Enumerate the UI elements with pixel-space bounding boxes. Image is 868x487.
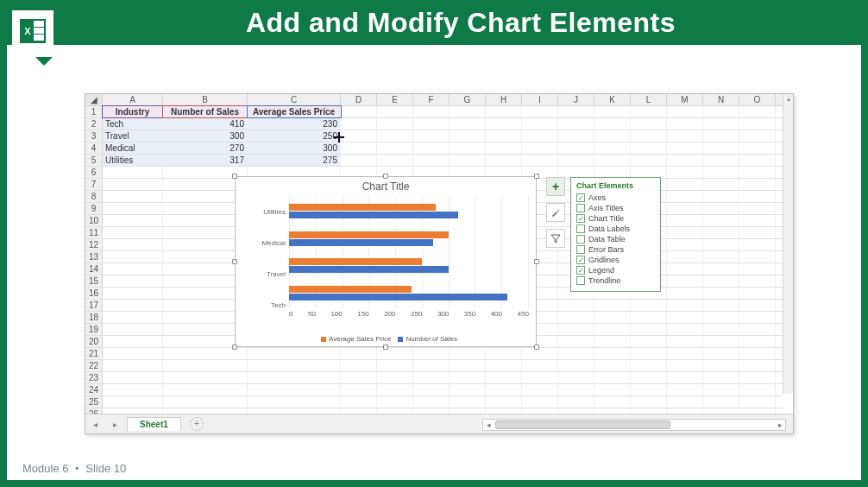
cell[interactable] [667,106,703,117]
row-header[interactable]: 13 [85,251,103,262]
cell[interactable]: 410 [163,118,248,130]
chart-plot-area[interactable]: UtilitiesMedicalTravelTech 0501001502002… [258,196,529,320]
chart-element-option[interactable]: ✓Legend [576,265,655,275]
row-header[interactable]: 3 [85,130,103,142]
embedded-chart[interactable]: Chart Title UtilitiesMedicalTravelTech 0… [235,176,537,347]
cell[interactable] [703,179,739,190]
cell[interactable] [341,360,377,371]
cell[interactable] [450,155,486,166]
chart-bar[interactable] [289,204,436,211]
cell[interactable] [558,312,594,323]
cell[interactable] [667,118,703,130]
chart-bar[interactable] [289,266,449,273]
cell[interactable]: Tech [103,118,163,130]
cell[interactable] [341,130,377,142]
cell[interactable] [413,360,450,371]
column-header[interactable]: B [163,94,248,105]
cell[interactable] [703,275,739,287]
cell[interactable] [631,300,667,311]
cell[interactable] [248,348,341,359]
row-header[interactable]: 15 [85,275,103,287]
cell[interactable] [703,263,739,275]
cell[interactable] [522,142,558,154]
cell[interactable] [739,384,776,395]
cell[interactable] [703,288,739,299]
cell[interactable] [739,179,776,190]
cell[interactable] [450,142,486,154]
cell[interactable] [703,312,739,323]
cell[interactable] [103,300,163,311]
cell[interactable] [594,384,631,395]
cell[interactable] [594,360,631,371]
cell[interactable] [486,396,522,408]
cell[interactable] [341,106,377,117]
resize-handle[interactable] [534,259,539,264]
row-header[interactable]: 23 [85,372,103,383]
cell[interactable] [631,324,667,335]
cell[interactable] [377,118,413,130]
checkbox-icon[interactable]: ✓ [576,256,585,264]
cell[interactable] [377,384,413,395]
cell[interactable] [486,348,522,359]
cell[interactable] [486,372,522,383]
cell[interactable] [739,396,776,408]
cell[interactable] [558,130,594,142]
cell[interactable] [631,142,667,154]
cell[interactable] [413,155,450,166]
cell[interactable] [522,372,558,383]
checkbox-icon[interactable]: ✓ [576,266,585,275]
cell[interactable] [341,384,377,395]
cell[interactable] [558,324,594,335]
cell[interactable] [667,396,703,408]
chart-element-option[interactable]: Data Table [576,234,655,244]
column-header[interactable]: D [341,94,377,105]
cell[interactable] [594,300,631,311]
cell[interactable] [341,118,377,130]
cell[interactable] [522,396,558,408]
cell[interactable] [631,106,667,117]
cell[interactable] [522,130,558,142]
cell[interactable] [667,130,703,142]
cell[interactable]: Number of Sales [163,106,248,117]
cell[interactable] [739,167,776,178]
cell[interactable] [739,360,776,371]
cell[interactable] [103,324,163,335]
chart-legend[interactable]: Average Sales PriceNumber of Sales [236,335,536,343]
cell[interactable] [341,155,377,166]
cell[interactable] [703,336,739,347]
cell[interactable] [558,300,594,311]
chart-element-option[interactable]: ✓Chart Title [576,213,655,224]
column-header[interactable]: J [558,94,594,105]
checkbox-icon[interactable]: ✓ [576,214,585,223]
cell[interactable] [486,118,522,130]
row-header[interactable]: 4 [85,142,103,154]
cell[interactable] [486,130,522,142]
row-header[interactable]: 24 [85,384,103,395]
row-header[interactable]: 6 [85,167,103,178]
cell[interactable] [667,227,703,238]
column-header[interactable]: L [631,94,667,105]
cell[interactable] [739,215,776,226]
cell[interactable] [594,336,631,347]
cell[interactable]: 230 [248,118,341,130]
resize-handle[interactable] [534,174,539,179]
cell[interactable] [703,130,739,142]
cell[interactable] [450,396,486,408]
cell[interactable] [739,155,776,166]
cell[interactable] [103,167,163,178]
cell[interactable] [703,191,739,202]
cell[interactable] [558,348,594,359]
cell[interactable] [413,372,450,383]
chart-element-option[interactable]: Axis Titles [576,203,655,213]
checkbox-icon[interactable] [576,276,585,285]
chart-bar[interactable] [289,286,412,293]
cell[interactable] [413,118,450,130]
cell[interactable] [163,384,248,395]
cell[interactable] [703,167,739,178]
cell[interactable] [631,336,667,347]
cell[interactable] [450,360,486,371]
cell[interactable] [739,191,776,202]
cell[interactable] [739,239,776,250]
chart-title[interactable]: Chart Title [236,177,536,194]
cell[interactable] [703,251,739,262]
